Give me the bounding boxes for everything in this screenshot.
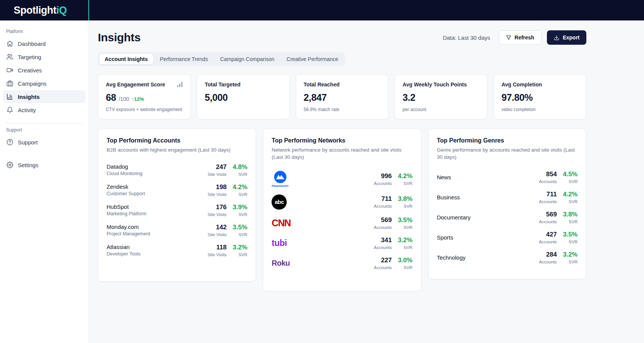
gear-icon (6, 161, 13, 168)
tab-campaign-comparison[interactable]: Campaign Comparison (215, 54, 280, 64)
accounts-value: 569 (368, 216, 392, 224)
network-row: abc 711Accounts 3.8%SVR (272, 191, 412, 213)
roku-logo: Roku (272, 259, 290, 268)
kpi-subtitle: CTV exposure + website engagement (106, 107, 183, 112)
account-row: Monday.com Project Management 142Site Vi… (107, 220, 247, 240)
svr-label: SVR (233, 252, 248, 257)
svr-label: SVR (233, 192, 248, 197)
brand-name-accent: iQ (56, 5, 67, 16)
accounts-value: 711 (368, 195, 392, 203)
account-row: Zendesk Customer Support 198Site Visits … (107, 180, 247, 200)
site-visits-label: Site Visits (203, 212, 227, 217)
brand-logo: SpotlightiQ (0, 0, 89, 20)
site-visits-label: Site Visits (203, 192, 227, 197)
kpi-card-touch-points: Avg Weekly Touch Points 3.2 per account (394, 74, 487, 119)
top-genres-panel: Top Performing Genres Genre performance … (428, 128, 586, 279)
network-row: CNN 569Accounts 3.5%SVR (272, 213, 412, 233)
svr-value: 3.2% (233, 244, 248, 251)
kpi-title: Avg Weekly Touch Points (402, 81, 467, 88)
accounts-value: 284 (533, 251, 557, 258)
genre-row: Technology 284Accounts 3.2%SVR (437, 247, 578, 268)
svr-label: SVR (563, 179, 578, 184)
genre-name: Documentary (437, 214, 471, 221)
sidebar-item-label: Dashboard (18, 41, 46, 47)
genre-row: Business 711Accounts 4.2%SVR (437, 187, 578, 207)
accounts-value: 341 (368, 236, 392, 244)
svr-value: 3.8% (398, 195, 413, 203)
svr-label: SVR (398, 245, 413, 250)
home-icon (6, 40, 13, 47)
svr-value: 4.8% (233, 163, 248, 171)
help-circle-icon (6, 139, 13, 146)
svr-value: 4.5% (563, 171, 578, 178)
kpi-title: Total Reached (304, 81, 340, 88)
video-icon (6, 67, 13, 74)
bar-chart-icon (177, 81, 183, 88)
kpi-value: 3.2 (402, 92, 415, 103)
sidebar-item-label: Campaigns (18, 80, 47, 87)
site-visits-value: 198 (203, 183, 227, 191)
genre-row: News 854Accounts 4.5%SVR (437, 167, 578, 187)
svr-value: 3.5% (233, 224, 248, 231)
briefcase-icon (6, 80, 13, 87)
sidebar-item-label: Activity (18, 107, 36, 113)
topbar: SpotlightiQ (0, 0, 644, 20)
svr-value: 3.2% (398, 236, 413, 244)
kpi-suffix: /100 (119, 96, 129, 102)
page-title: Insights (98, 31, 141, 44)
svr-label: SVR (233, 172, 248, 177)
filter-icon (506, 35, 511, 40)
account-category: Developer Tools (107, 251, 140, 257)
download-icon (554, 35, 559, 41)
kpi-subtitle: 56.9% match rate (304, 107, 381, 112)
svr-label: SVR (398, 181, 413, 186)
sidebar-item-campaigns[interactable]: Campaigns (3, 77, 86, 90)
account-row: Atlassian Developer Tools 118Site Visits… (107, 240, 247, 260)
sidebar-section-support-label: Support (6, 127, 89, 133)
site-visits-value: 247 (203, 163, 227, 171)
accounts-label: Accounts (533, 219, 557, 224)
sidebar-item-settings[interactable]: Settings (3, 158, 86, 171)
account-row: Datadog Cloud Monitoring 247Site Visits … (107, 160, 247, 180)
svr-label: SVR (398, 204, 413, 208)
sidebar-item-support[interactable]: Support (3, 136, 86, 149)
users-icon (6, 53, 13, 60)
tab-account-insights[interactable]: Account Insights (99, 54, 153, 64)
sidebar-item-activity[interactable]: Activity (3, 103, 86, 116)
refresh-button[interactable]: Refresh (499, 30, 542, 45)
sidebar-item-label: Creatives (18, 67, 42, 74)
accounts-value: 854 (533, 171, 557, 178)
sidebar-item-insights[interactable]: Insights (3, 90, 86, 103)
svr-label: SVR (563, 199, 578, 204)
insights-tabs: Account Insights Performance Trends Camp… (98, 52, 345, 66)
tab-creative-performance[interactable]: Creative Performance (281, 54, 344, 64)
sidebar-item-targeting[interactable]: Targeting (3, 50, 86, 63)
kpi-card-total-targeted: Total Targeted 5,000 (197, 74, 290, 119)
accounts-label: Accounts (533, 199, 557, 204)
account-category: Marketing Platform (107, 211, 146, 216)
svr-value: 3.8% (563, 211, 578, 218)
svr-label: SVR (398, 265, 413, 270)
accounts-label: Accounts (368, 265, 392, 270)
accounts-label: Accounts (368, 225, 392, 230)
kpi-row: Avg Engagement Score 68 /100 ↑12% CTV ex… (98, 74, 586, 119)
chart-column-icon (6, 93, 13, 100)
account-name: Datadog (107, 163, 143, 170)
account-category: Cloud Monitoring (107, 171, 143, 176)
accounts-value: 711 (533, 191, 557, 198)
sidebar-item-creatives[interactable]: Creatives (3, 64, 86, 77)
sidebar-item-dashboard[interactable]: Dashboard (3, 37, 86, 50)
sidebar: Platform Dashboard Targeting Creatives C… (0, 20, 89, 343)
sidebar-item-label: Insights (18, 94, 40, 100)
cnn-logo: CNN (272, 218, 291, 229)
svr-value: 3.0% (398, 257, 413, 264)
tab-performance-trends[interactable]: Performance Trends (155, 54, 214, 64)
sidebar-item-label: Targeting (18, 54, 41, 60)
account-name: Zendesk (107, 183, 145, 190)
export-button[interactable]: Export (547, 30, 586, 45)
accounts-label: Accounts (368, 204, 392, 208)
svr-value: 3.2% (563, 251, 578, 258)
accounts-label: Accounts (368, 245, 392, 250)
genre-row: Sports 427Accounts 3.5%SVR (437, 227, 578, 247)
bell-icon (6, 107, 13, 113)
